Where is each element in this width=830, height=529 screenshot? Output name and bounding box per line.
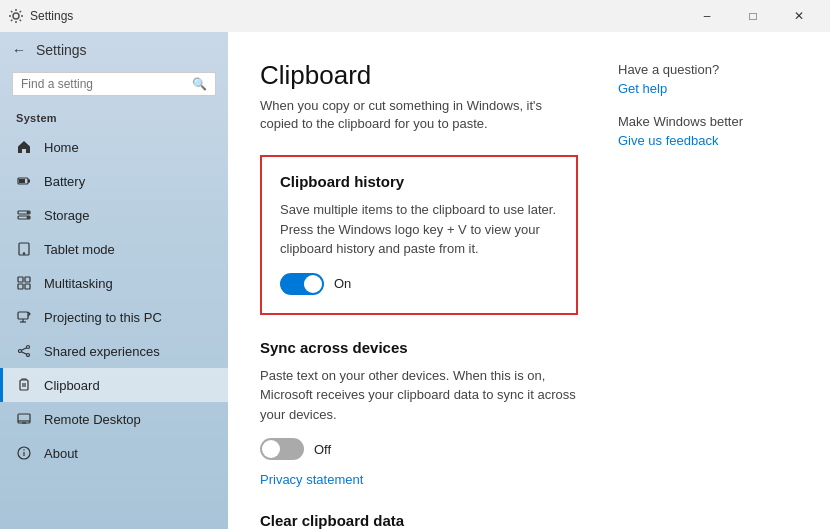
sync-title: Sync across devices xyxy=(260,339,578,356)
sidebar-item-tablet[interactable]: Tablet mode xyxy=(0,232,228,266)
sidebar-back-button[interactable]: ← Settings xyxy=(0,32,228,68)
sidebar-item-about-label: About xyxy=(44,446,78,461)
shared-icon xyxy=(16,343,32,359)
svg-point-0 xyxy=(13,13,19,19)
remote-icon xyxy=(16,411,32,427)
sync-toggle[interactable] xyxy=(260,438,304,460)
svg-rect-13 xyxy=(25,284,30,289)
search-box[interactable]: 🔍 xyxy=(12,72,216,96)
sync-toggle-row: Off xyxy=(260,438,578,460)
back-label: Settings xyxy=(36,42,87,58)
content-area: Clipboard When you copy or cut something… xyxy=(228,32,830,529)
svg-line-21 xyxy=(21,352,26,355)
page-title: Clipboard xyxy=(260,60,578,91)
svg-point-19 xyxy=(27,354,30,357)
svg-point-7 xyxy=(27,217,29,219)
sidebar-item-storage-label: Storage xyxy=(44,208,90,223)
svg-rect-10 xyxy=(18,277,23,282)
title-bar-label: Settings xyxy=(30,9,684,23)
svg-rect-12 xyxy=(18,284,23,289)
sidebar-section-label: System xyxy=(0,108,228,130)
app-body: ← Settings 🔍 System Home Battery xyxy=(0,32,830,529)
sidebar-item-about[interactable]: About xyxy=(0,436,228,470)
svg-point-9 xyxy=(23,253,24,254)
maximize-button[interactable]: □ xyxy=(730,0,776,32)
battery-icon xyxy=(16,173,32,189)
sync-desc: Paste text on your other devices. When t… xyxy=(260,366,578,425)
sidebar-item-clipboard[interactable]: Clipboard xyxy=(0,368,228,402)
title-bar: Settings – □ ✕ xyxy=(0,0,830,32)
history-title: Clipboard history xyxy=(280,173,558,190)
clear-section: Clear clipboard data Clear everything (e… xyxy=(260,512,578,529)
svg-rect-22 xyxy=(20,380,28,390)
tablet-icon xyxy=(16,241,32,257)
history-desc: Save multiple items to the clipboard to … xyxy=(280,200,558,259)
sidebar-item-storage[interactable]: Storage xyxy=(0,198,228,232)
sidebar-item-tablet-label: Tablet mode xyxy=(44,242,115,257)
history-toggle-row: On xyxy=(280,273,558,295)
sidebar-item-projecting-label: Projecting to this PC xyxy=(44,310,162,325)
about-icon xyxy=(16,445,32,461)
svg-point-6 xyxy=(27,212,29,214)
multitasking-icon xyxy=(16,275,32,291)
close-button[interactable]: ✕ xyxy=(776,0,822,32)
sidebar-item-multitasking-label: Multitasking xyxy=(44,276,113,291)
sidebar-item-home-label: Home xyxy=(44,140,79,155)
sync-toggle-label: Off xyxy=(314,442,331,457)
settings-icon xyxy=(8,8,24,24)
clipboard-icon xyxy=(16,377,32,393)
privacy-statement-link[interactable]: Privacy statement xyxy=(260,472,363,487)
back-arrow-icon: ← xyxy=(12,42,26,58)
sidebar: ← Settings 🔍 System Home Battery xyxy=(0,32,228,529)
svg-rect-14 xyxy=(18,312,28,319)
sidebar-item-shared-label: Shared experiences xyxy=(44,344,160,359)
sidebar-item-battery-label: Battery xyxy=(44,174,85,189)
svg-point-30 xyxy=(23,449,24,450)
home-icon xyxy=(16,139,32,155)
sidebar-item-projecting[interactable]: Projecting to this PC xyxy=(0,300,228,334)
svg-line-20 xyxy=(21,348,26,351)
sync-toggle-knob xyxy=(262,440,280,458)
search-input[interactable] xyxy=(21,77,186,91)
help-title: Have a question? xyxy=(618,62,798,77)
sidebar-item-home[interactable]: Home xyxy=(0,130,228,164)
content-main: Clipboard When you copy or cut something… xyxy=(260,60,578,509)
svg-rect-25 xyxy=(18,414,30,423)
svg-rect-11 xyxy=(25,277,30,282)
minimize-button[interactable]: – xyxy=(684,0,730,32)
sidebar-item-remote[interactable]: Remote Desktop xyxy=(0,402,228,436)
sidebar-item-remote-label: Remote Desktop xyxy=(44,412,141,427)
svg-point-18 xyxy=(19,350,22,353)
svg-point-17 xyxy=(27,346,30,349)
get-help-link[interactable]: Get help xyxy=(618,81,798,96)
sidebar-item-clipboard-label: Clipboard xyxy=(44,378,100,393)
clear-title: Clear clipboard data xyxy=(260,512,578,529)
projecting-icon xyxy=(16,309,32,325)
window-controls: – □ ✕ xyxy=(684,0,822,32)
feedback-title: Make Windows better xyxy=(618,114,798,129)
sync-section: Sync across devices Paste text on your o… xyxy=(260,339,578,489)
clipboard-history-box: Clipboard history Save multiple items to… xyxy=(260,155,578,315)
search-icon: 🔍 xyxy=(192,77,207,91)
sidebar-item-battery[interactable]: Battery xyxy=(0,164,228,198)
sidebar-item-multitasking[interactable]: Multitasking xyxy=(0,266,228,300)
history-toggle[interactable] xyxy=(280,273,324,295)
history-toggle-knob xyxy=(304,275,322,293)
storage-icon xyxy=(16,207,32,223)
content-sidebar: Have a question? Get help Make Windows b… xyxy=(618,60,798,509)
svg-rect-3 xyxy=(19,179,25,183)
sidebar-item-shared[interactable]: Shared experiences xyxy=(0,334,228,368)
page-subtitle: When you copy or cut something in Window… xyxy=(260,97,578,133)
svg-rect-2 xyxy=(28,180,30,183)
feedback-link[interactable]: Give us feedback xyxy=(618,133,798,148)
history-toggle-label: On xyxy=(334,276,351,291)
